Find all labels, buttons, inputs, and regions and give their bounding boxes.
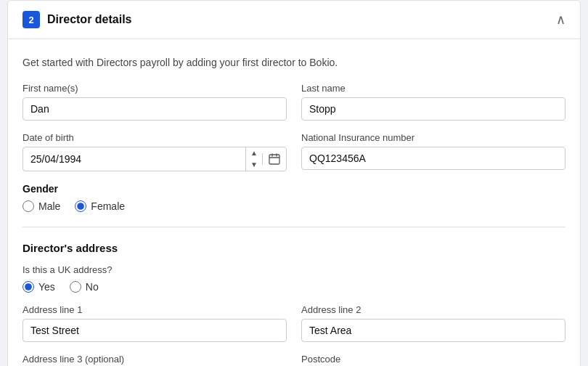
card-title: Director details — [47, 13, 131, 26]
header-left: 2 Director details — [23, 11, 131, 28]
ni-label: National Insurance number — [301, 132, 565, 143]
addr2-group: Address line 2 — [301, 304, 565, 342]
ni-group: National Insurance number — [301, 132, 565, 171]
addr1-input[interactable] — [23, 319, 287, 342]
gender-section: Gender Male Female — [23, 183, 565, 212]
card-header: 2 Director details ∧ — [8, 1, 580, 39]
gender-label: Gender — [23, 183, 565, 195]
card-body: Get started with Directors payroll by ad… — [8, 39, 580, 366]
address-row-2: Address line 3 (optional) Postcode — [23, 354, 565, 366]
gender-female-radio[interactable] — [75, 200, 86, 212]
postcode-group: Postcode — [301, 354, 565, 366]
gender-male-label: Male — [38, 200, 60, 212]
dob-input-wrap: ▲ ▼ — [23, 147, 287, 171]
intro-text: Get started with Directors payroll by ad… — [23, 57, 565, 68]
gender-radio-group: Male Female — [23, 200, 565, 212]
dob-controls: ▲ ▼ — [245, 147, 262, 171]
postcode-label: Postcode — [301, 354, 565, 365]
addr3-label: Address line 3 (optional) — [23, 354, 287, 365]
gender-female-label: Female — [91, 200, 125, 212]
director-details-card: 2 Director details ∧ Get started with Di… — [7, 0, 581, 366]
uk-yes-label: Yes — [38, 281, 55, 293]
uk-no-option[interactable]: No — [70, 281, 99, 293]
gender-male-option[interactable]: Male — [23, 200, 60, 212]
collapse-icon[interactable]: ∧ — [556, 12, 565, 28]
calendar-button[interactable] — [262, 153, 286, 165]
first-name-group: First name(s) — [23, 83, 287, 121]
dob-up-button[interactable]: ▲ — [246, 147, 262, 159]
last-name-group: Last name — [301, 83, 565, 121]
uk-yes-option[interactable]: Yes — [23, 281, 55, 293]
section-divider — [23, 227, 565, 227]
last-name-label: Last name — [301, 83, 565, 94]
addr3-group: Address line 3 (optional) — [23, 354, 287, 366]
addr1-group: Address line 1 — [23, 304, 287, 342]
dob-label: Date of birth — [23, 132, 287, 143]
step-badge: 2 — [23, 11, 40, 28]
dob-group: Date of birth ▲ ▼ — [23, 132, 287, 171]
dob-down-button[interactable]: ▼ — [246, 159, 262, 171]
svg-rect-0 — [269, 155, 279, 164]
uk-yes-radio[interactable] — [23, 281, 34, 293]
uk-address-radio-group: Yes No — [23, 281, 565, 293]
address-section-title: Director's address — [23, 242, 565, 254]
dob-ni-row: Date of birth ▲ ▼ — [23, 132, 565, 171]
dob-input[interactable] — [23, 148, 245, 170]
first-name-label: First name(s) — [23, 83, 287, 94]
uk-no-radio[interactable] — [70, 281, 81, 293]
last-name-input[interactable] — [301, 97, 565, 121]
addr2-label: Address line 2 — [301, 304, 565, 315]
ni-input[interactable] — [301, 147, 565, 170]
address-row-1: Address line 1 Address line 2 — [23, 304, 565, 342]
uk-no-label: No — [86, 281, 99, 293]
addr2-input[interactable] — [301, 319, 565, 342]
addr1-label: Address line 1 — [23, 304, 287, 315]
gender-male-radio[interactable] — [23, 200, 34, 212]
name-row: First name(s) Last name — [23, 83, 565, 121]
gender-female-option[interactable]: Female — [75, 200, 125, 212]
first-name-input[interactable] — [23, 97, 287, 121]
directors-address-section: Director's address Is this a UK address?… — [23, 242, 565, 366]
uk-address-question: Is this a UK address? — [23, 264, 565, 275]
